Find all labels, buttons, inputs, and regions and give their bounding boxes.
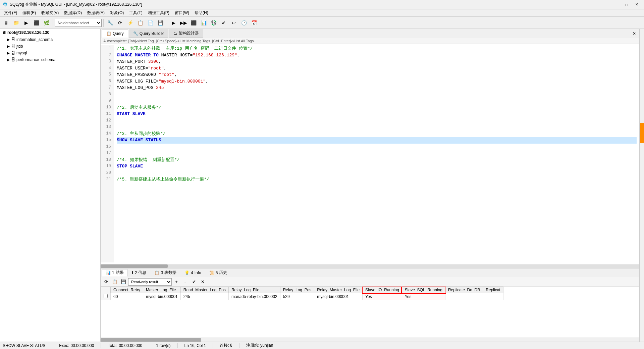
col-header-slave-sql-running[interactable]: Slave_SQL_Running (402, 287, 445, 293)
code-line-15: SHOW SLAVE STATUS (117, 137, 637, 144)
tab-query-builder[interactable]: 🔧 Query Builder (129, 30, 168, 38)
results-scroll-thumb[interactable] (101, 338, 201, 342)
data-table-container[interactable]: Connect_Retry Master_Log_File Read_Maste… (101, 287, 639, 338)
autocomplete-hint: Autocomplete: [Tab]->Next Tag. [Ctrl+Spa… (101, 38, 639, 44)
tb-btn-4[interactable]: ⟳ (115, 18, 125, 28)
result-tb-discard[interactable]: ✕ (199, 278, 207, 286)
menu-tools[interactable]: 工具(T) (126, 9, 145, 16)
tb-rollback[interactable]: ↩ (229, 18, 238, 28)
code-line-21: /*5. 重新搭建主从将上述命令重新执行一遍*/ (117, 176, 637, 183)
menu-help[interactable]: 帮助(H) (192, 9, 211, 16)
result-tb-add-row[interactable]: + (172, 278, 180, 286)
result-tab-3-icon: 📋 (154, 270, 159, 275)
code-line-6: MASTER_LOG_FILE="mysql-bin.000001", (117, 78, 637, 85)
tb-run-current[interactable]: ▶▶ (179, 18, 188, 28)
tb-transaction[interactable]: 💱 (209, 18, 218, 28)
col-header-relay-log-file[interactable]: Relay_Log_File (228, 287, 280, 293)
restore-button[interactable]: □ (622, 1, 631, 8)
tb-btn-6[interactable]: 📋 (136, 18, 145, 28)
result-tb-refresh[interactable]: ⟳ (102, 278, 110, 286)
sidebar-connection[interactable]: 🖥 root@192.168.126.130 (0, 29, 100, 36)
sidebar-db-mysql[interactable]: ▶ 🗄 mysql (0, 50, 100, 56)
tb-btn-3[interactable]: 🔧 (105, 18, 115, 28)
tb-run-query[interactable]: ▶ (169, 18, 178, 28)
menu-edit[interactable]: 编辑(E) (20, 9, 39, 16)
col-header-relay-master-log-file[interactable]: Relay_Master_Log_File (314, 287, 363, 293)
results-hscroll[interactable] (101, 338, 639, 342)
result-tab-infodetail[interactable]: 💡 4 Info (181, 269, 205, 277)
col-header-connect-retry[interactable]: Connect_Retry (111, 287, 143, 293)
result-tb-export[interactable]: 💾 (119, 278, 127, 286)
code-line-20 (117, 170, 637, 177)
cell-relay-master-log-file: mysql-bin.000001 (314, 293, 363, 300)
col-header-replicat[interactable]: Replicat (483, 287, 503, 293)
query-editor[interactable]: 12345 678910 1112131415 1617181920 21 /*… (101, 44, 639, 264)
code-line-2: CHANGE MASTER TO MASTER_HOST="192.168.12… (117, 52, 637, 59)
tb-schedule[interactable]: 📅 (249, 18, 259, 28)
result-tb-delete-row[interactable]: - (181, 278, 189, 286)
tb-commit[interactable]: ✔ (219, 18, 228, 28)
tab-schema-designer[interactable]: 🗂 架构设计器 (169, 30, 203, 38)
result-tab-history[interactable]: 📜 5 历史 (206, 269, 231, 277)
menu-file[interactable]: 文件(F) (1, 9, 20, 16)
connection-icon: 🖥 (2, 30, 6, 35)
tb-btn-7[interactable]: 📄 (146, 18, 155, 28)
result-tab-results[interactable]: 📊 1 结果 (102, 269, 127, 277)
tb-forward[interactable]: ▶ (21, 18, 31, 28)
result-tab-info[interactable]: ℹ 2 信息 (128, 269, 150, 277)
col-header-read-master-log-pos[interactable]: Read_Master_Log_Pos (180, 287, 228, 293)
tb-new-connection[interactable]: 🖥 (1, 18, 11, 28)
sidebar-db-perf-schema[interactable]: ▶ 🗄 performance_schema (0, 56, 100, 63)
close-button[interactable]: ✕ (632, 1, 641, 8)
tab-bar: 📋 Query 🔧 Query Builder 🗂 架构设计器 ✕ (101, 29, 639, 38)
result-tb-save[interactable]: ✔ (190, 278, 198, 286)
tb-stop-query[interactable]: ⬛ (189, 18, 198, 28)
database-select[interactable]: No database select (55, 19, 102, 27)
code-line-17 (117, 150, 637, 157)
expand-icon: ▶ (7, 44, 10, 49)
tb-leaf[interactable]: 🌿 (42, 18, 51, 28)
col-header-slave-io-running[interactable]: Slave_IO_Running (363, 287, 402, 293)
tb-btn-5[interactable]: ⚡ (125, 18, 135, 28)
menu-database[interactable]: 数据库(D) (61, 9, 85, 16)
code-line-12 (117, 117, 637, 124)
v-scroll-thumb[interactable] (640, 123, 644, 143)
result-tab-tabledata[interactable]: 📋 3 表数据 (151, 269, 180, 277)
tb-history[interactable]: 🕐 (239, 18, 249, 28)
ln-col-status: Ln 16, Col 1 (184, 343, 206, 348)
tab-sd-icon: 🗂 (173, 31, 177, 36)
tb-explain[interactable]: 📊 (199, 18, 208, 28)
menu-bar: 文件(F) 编辑(E) 收藏夹(V) 数据库(D) 数据表(A) 对象(O) 工… (0, 9, 644, 17)
menu-favorites[interactable]: 收藏夹(V) (39, 9, 61, 16)
tab-query[interactable]: 📋 Query (102, 30, 128, 38)
cell-relay-log-pos: 529 (280, 293, 314, 300)
result-mode-select[interactable]: Read-only result (128, 278, 172, 286)
tb-stop[interactable]: ⬛ (32, 18, 41, 28)
title-text: SQLyog 企业版 - MySQL GUI - [Linux_MySql02 … (10, 2, 612, 7)
menu-table[interactable]: 数据表(A) (85, 9, 107, 16)
app-icon: 🐬 (3, 2, 8, 7)
scroll-thumb[interactable] (101, 264, 168, 268)
window-controls: ─ □ ✕ (612, 1, 641, 8)
tb-open[interactable]: 📁 (11, 18, 21, 28)
sidebar-db-info-schema[interactable]: ▶ 🗄 information_schema (0, 36, 100, 43)
editor-scrollbar[interactable] (101, 264, 639, 268)
menu-window[interactable]: 窗口(W) (172, 9, 192, 16)
col-header-replicate-do-db[interactable]: Replicate_Do_DB (445, 287, 483, 293)
connection-label: root@192.168.126.130 (7, 30, 49, 35)
connect-status: 连接: 8 (220, 343, 232, 348)
row-checkbox[interactable] (104, 294, 108, 298)
right-scrollbar[interactable] (639, 29, 644, 342)
code-line-10: /*2. 启动主从服务*/ (117, 104, 637, 111)
menu-object[interactable]: 对象(O) (107, 9, 126, 16)
result-tab-4-num: 4 (191, 270, 193, 275)
tb-btn-8[interactable]: 💾 (156, 18, 165, 28)
content-close-button[interactable]: ✕ (631, 31, 638, 36)
result-tb-copy[interactable]: 📋 (111, 278, 119, 286)
col-header-relay-log-pos[interactable]: Relay_Log_Pos (280, 287, 314, 293)
code-content[interactable]: /*1. 实现主从的挂载 主库:ip 用户名 密码 二进日文件 位置*/ CHA… (114, 45, 639, 262)
menu-enhanced[interactable]: 增强工具(P) (145, 9, 172, 16)
col-header-master-log-file[interactable]: Master_Log_File (143, 287, 181, 293)
sidebar-db-jtdb[interactable]: ▶ 🗄 jtdb (0, 43, 100, 50)
minimize-button[interactable]: ─ (612, 1, 621, 8)
